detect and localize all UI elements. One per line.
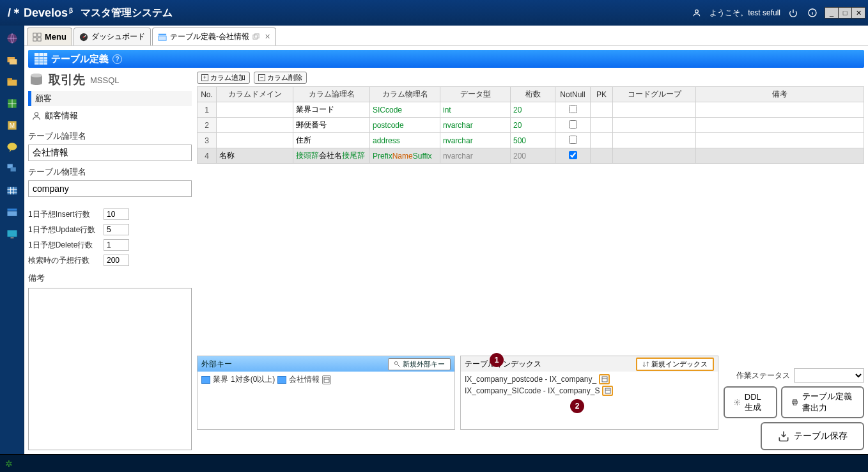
svg-rect-17 [7,187,17,194]
col-digits: 桁数 [511,87,555,102]
def-output-button[interactable]: テーブル定義書出力 [781,386,864,418]
insert-label: 1日予想Insert行数 [28,209,98,220]
delete-input[interactable] [104,239,129,251]
notnull-checkbox[interactable] [569,105,577,113]
tab-menu[interactable]: Menu [27,28,72,45]
search-input[interactable] [104,255,129,266]
tool-windows-icon[interactable] [3,160,22,178]
schema-row: 取引先 MSSQL [28,72,192,88]
index-row[interactable]: IX_company_SICcode - IX_company_S [465,386,714,396]
delete-column-button[interactable]: −カラム削除 [254,72,307,84]
notnull-checkbox[interactable] [569,136,577,144]
col-remarks: 備考 [696,87,864,102]
tab-active[interactable]: テーブル定義-会社情報 ✕ [152,28,276,45]
index-props-button[interactable] [602,386,613,396]
tool-cards-icon[interactable] [3,51,22,69]
svg-rect-24 [7,230,17,237]
tool-monitor-icon[interactable] [3,225,22,243]
cell-physical[interactable]: postcode [370,118,440,133]
logical-name-input[interactable] [28,145,192,161]
cell-logical[interactable]: 郵便番号 [293,118,370,133]
tab-menu-label: Menu [45,32,66,42]
logical-name-label: テーブル論理名 [28,130,192,142]
table-row-selected[interactable]: 4 名称 接頭辞会社名接尾辞 PrefixNameSuffix nvarchar… [198,148,864,164]
left-panel: 取引先 MSSQL 顧客 顧客情報 テーブル論理名 テーブル物理名 1日予想In… [28,72,192,450]
tool-globe-icon[interactable] [3,29,22,47]
index-row[interactable]: IX_company_postcode - IX_company_ [465,374,714,384]
print-icon [791,397,798,407]
col-codegroup: コードグループ [613,87,696,102]
status-label: 作業ステータス [736,370,790,381]
table-row[interactable]: 2 郵便番号 postcode nvarchar 20 [198,118,864,133]
owner-label: 顧客情報 [45,110,78,122]
col-notnull: NotNull [555,87,591,102]
help-icon[interactable]: ? [112,54,122,64]
svg-rect-27 [38,33,41,36]
cell-domain[interactable]: 名称 [217,148,293,164]
add-column-button[interactable]: +カラム追加 [197,72,250,84]
db-type: MSSQL [90,75,120,85]
app-name: Develos [24,6,68,20]
cell-physical[interactable]: SICcode [370,102,440,118]
owner-row: 顧客情報 [28,109,192,125]
sort-icon [642,361,649,368]
fk-props-icon[interactable] [322,375,331,384]
save-button[interactable]: テーブル保存 [761,422,864,450]
cell-physical[interactable]: PrefixNameSuffix [370,148,440,164]
tool-grid-green-icon[interactable] [3,95,22,113]
remarks-textarea[interactable] [28,288,192,450]
index-props-button[interactable] [599,374,610,384]
notnull-checkbox[interactable] [569,120,577,129]
tool-folder-icon[interactable] [3,73,22,91]
svg-point-14 [7,143,17,150]
cell-dtype[interactable]: nvarchar [440,133,511,148]
update-label: 1日予想Update行数 [28,224,98,235]
cell-dtype[interactable]: int [440,102,511,118]
fk-row[interactable]: 業界 1対多(0以上) 会社情報 [201,374,451,385]
cell-dtype[interactable]: nvarchar [440,118,511,133]
tab-dashboard[interactable]: ダッシュボード [74,28,151,45]
cell-logical[interactable]: 業界コード [293,102,370,118]
new-fk-button[interactable]: 新規外部キー [388,358,451,370]
table-row[interactable]: 3 住所 address nvarchar 500 [198,133,864,148]
tool-m-badge-icon[interactable]: M [3,116,22,134]
cell-digits[interactable]: 20 [511,102,555,118]
notnull-checkbox[interactable] [569,151,577,159]
minimize-button[interactable]: _ [825,7,839,19]
cell-digits[interactable]: 500 [511,133,555,148]
new-index-button[interactable]: 新規インデックス [636,358,714,371]
svg-rect-29 [38,37,41,40]
cell-logical[interactable]: 接頭辞会社名接尾辞 [293,148,370,164]
info-icon[interactable] [806,6,819,19]
tab-dashboard-label: ダッシュボード [91,31,145,42]
tool-table-icon[interactable] [3,182,22,200]
cell-digits[interactable]: 20 [511,118,555,133]
svg-rect-16 [10,168,15,172]
physical-name-label: テーブル物理名 [28,166,192,178]
ddl-button[interactable]: DDL生成 [724,386,777,418]
close-tab-icon[interactable]: ✕ [265,33,270,41]
cell-dtype[interactable]: nvarchar [440,148,511,164]
cell-digits[interactable]: 200 [511,148,555,164]
cell-physical[interactable]: address [370,133,440,148]
tool-chat-icon[interactable] [3,138,22,156]
svg-rect-47 [324,377,329,382]
category-label: 顧客 [35,93,52,103]
svg-rect-33 [159,36,166,40]
tool-tablebar-icon[interactable] [3,203,22,221]
popout-icon[interactable] [252,33,260,40]
status-select[interactable] [794,368,864,382]
power-icon[interactable] [787,6,800,19]
maximize-button[interactable]: □ [838,7,852,19]
table-row[interactable]: 1 業界コード SICcode int 20 [198,102,864,118]
col-domain: カラムドメイン [217,87,293,102]
insert-input[interactable] [104,208,129,220]
col-physical: カラム物理名 [370,87,440,102]
close-button[interactable]: ✕ [851,7,865,19]
update-input[interactable] [104,224,129,235]
cell-logical[interactable]: 住所 [293,133,370,148]
physical-name-input[interactable] [28,180,192,197]
status-gear-icon[interactable]: ✲ [5,459,13,469]
search-label: 検索時の予想行数 [28,255,98,266]
svg-point-43 [31,74,42,77]
